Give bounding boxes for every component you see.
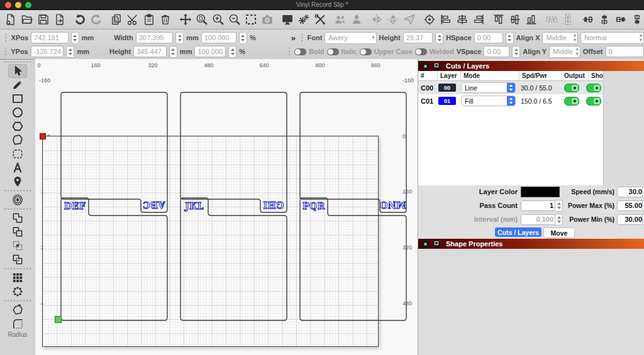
tool-polygon-icon[interactable] — [8, 119, 27, 133]
font-style-select[interactable]: Normal▴▾ — [580, 32, 644, 44]
space-v-icon[interactable] — [596, 11, 613, 28]
flip-vertical-icon[interactable] — [385, 11, 401, 28]
interval-field[interactable]: 0.100 — [521, 214, 556, 225]
tool-offset-shape-icon[interactable] — [8, 147, 27, 161]
panel-undock-icon[interactable] — [433, 241, 440, 248]
divider-tab-text[interactable]: PQR — [301, 200, 327, 212]
tool-position-laser-icon[interactable] — [8, 175, 27, 188]
expand-toolbar-chevron[interactable]: » — [291, 33, 296, 43]
tool-boolean-intersect-icon[interactable] — [8, 239, 27, 253]
output-toggle[interactable] — [564, 97, 579, 106]
vspace-stepper[interactable] — [512, 46, 520, 58]
undo-icon[interactable] — [72, 11, 88, 28]
width-field[interactable]: 307.395 — [136, 32, 174, 43]
welded-toggle[interactable] — [415, 48, 427, 55]
show-toggle[interactable] — [586, 97, 601, 106]
frame-selection-icon[interactable] — [243, 11, 259, 28]
move-h-icon[interactable] — [613, 11, 629, 28]
tool-grid-array-icon[interactable] — [8, 271, 27, 285]
tool-edit-nodes-icon[interactable] — [8, 133, 27, 147]
space-h-icon[interactable] — [580, 11, 596, 28]
tool-draw-lines-icon[interactable] — [8, 78, 27, 92]
divider-tab-text[interactable]: ABC — [140, 199, 167, 211]
distribute-h-icon[interactable] — [543, 11, 560, 28]
flip-horizontal-icon[interactable] — [369, 11, 385, 28]
layer-color-swatch[interactable]: 01 — [438, 97, 456, 105]
tool-boolean-subtract-icon[interactable] — [8, 225, 27, 239]
single-user-icon[interactable] — [348, 11, 365, 28]
divider-tab-text[interactable]: GHI — [260, 199, 287, 211]
vspace-field[interactable]: 0.00 — [484, 46, 509, 57]
scale-y-stepper[interactable] — [228, 46, 236, 58]
distribute-v-icon[interactable] — [560, 11, 576, 28]
width-stepper[interactable] — [175, 32, 184, 44]
new-file-icon[interactable] — [3, 11, 19, 28]
redo-icon[interactable] — [88, 11, 104, 28]
font-height-field[interactable]: 29.37 — [403, 32, 433, 43]
open-file-icon[interactable] — [19, 11, 35, 28]
align-bottom-icon[interactable] — [523, 11, 540, 28]
align-left-icon[interactable] — [438, 11, 454, 28]
power-max-field[interactable]: 55.00 — [617, 200, 644, 211]
italic-toggle[interactable] — [327, 48, 339, 55]
device-settings-icon[interactable] — [296, 11, 312, 28]
job-origin-marker[interactable] — [55, 316, 62, 323]
zoom-to-page-icon[interactable] — [194, 11, 210, 28]
ypos-field[interactable]: -126.724 — [31, 46, 64, 57]
tool-apply-path-icon[interactable] — [8, 303, 27, 317]
tool-circular-array-icon[interactable] — [8, 285, 27, 298]
design-canvas[interactable]: 0 160 320 480 640 800 960 -160 0 160 320… — [35, 59, 418, 355]
xpos-stepper[interactable] — [71, 32, 79, 44]
layer-row[interactable]: C01 01 Fill 150.0 / 6.5 — [418, 94, 603, 107]
copy-icon[interactable] — [108, 11, 125, 28]
scale-x-field[interactable]: 100.000 — [201, 32, 236, 43]
machine-tools-icon[interactable] — [312, 11, 328, 28]
ypos-stepper[interactable] — [66, 46, 74, 58]
scale-y-field[interactable]: 100.000 — [194, 46, 226, 57]
divider-tab-text[interactable]: DEF — [62, 200, 88, 212]
tool-text-icon[interactable] — [8, 161, 27, 175]
offset-field[interactable]: 0 — [606, 46, 644, 57]
show-toggle[interactable] — [586, 84, 601, 92]
preview-icon[interactable] — [279, 11, 296, 28]
height-stepper[interactable] — [169, 46, 177, 58]
design-shapes[interactable] — [35, 59, 418, 355]
tool-radius-corner-icon[interactable] — [8, 317, 27, 330]
align-h-center-icon[interactable] — [454, 11, 470, 28]
scale-x-stepper[interactable] — [239, 32, 247, 44]
divider-tab-text[interactable]: JKL — [181, 200, 208, 212]
layer-row[interactable]: C00 00 Line 30.0 / 55.0 — [418, 81, 603, 94]
multi-user-icon[interactable] — [332, 11, 348, 28]
cut-icon[interactable] — [125, 11, 141, 28]
tool-rectangle-icon[interactable] — [8, 92, 27, 106]
paste-icon[interactable] — [141, 11, 157, 28]
delete-icon[interactable] — [157, 11, 174, 28]
save-file-icon[interactable] — [35, 11, 52, 28]
layer-mode-select[interactable]: Line — [461, 82, 516, 93]
tool-boolean-union-icon[interactable] — [8, 211, 27, 225]
send-to-laser-icon[interactable] — [401, 11, 418, 28]
height-field[interactable]: 345.447 — [133, 46, 167, 57]
layer-mode-select[interactable]: Fill — [461, 96, 516, 106]
tab-move[interactable]: Move — [543, 227, 575, 238]
power-min-field[interactable]: 30.00 — [617, 214, 644, 225]
output-toggle[interactable] — [564, 84, 579, 92]
layer-color-chip[interactable] — [521, 187, 560, 197]
divider-tab-text[interactable]: MNO — [379, 199, 406, 211]
xpos-field[interactable]: 742.181 — [31, 32, 69, 43]
font-select[interactable]: Awery▾ — [325, 32, 376, 44]
hspace-stepper[interactable] — [506, 32, 514, 44]
tool-concentric-offset-icon[interactable] — [8, 193, 27, 207]
import-file-icon[interactable] — [52, 11, 68, 28]
align-x-select[interactable]: Middle▴▾ — [542, 32, 578, 44]
tool-select-icon[interactable] — [8, 64, 27, 78]
align-top-icon[interactable] — [491, 11, 507, 28]
zoom-in-icon[interactable] — [210, 11, 226, 28]
layer-color-swatch[interactable]: 00 — [438, 84, 456, 92]
speed-field[interactable]: 30.0 — [617, 187, 644, 197]
panel-close-icon[interactable]: ✕ — [422, 63, 429, 70]
move-v-icon[interactable] — [629, 11, 644, 28]
camera-capture-icon[interactable] — [259, 11, 275, 28]
panel-undock-icon[interactable] — [433, 63, 440, 70]
tab-cuts-layers[interactable]: Cuts / Layers — [495, 227, 541, 237]
